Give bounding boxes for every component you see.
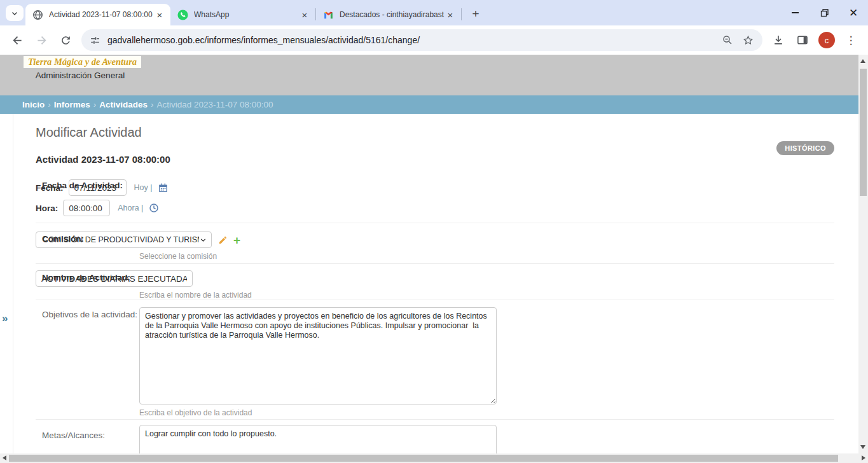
url-text: gadvallehermoso.gob.ec/informes/informes… [107, 35, 714, 45]
reload-icon [60, 34, 72, 46]
scroll-up-arrow[interactable] [860, 59, 865, 63]
breadcrumb-separator: › [93, 100, 97, 109]
calendar-icon[interactable] [157, 182, 169, 193]
back-button[interactable] [6, 29, 28, 51]
globe-icon [32, 10, 43, 20]
ahora-link[interactable]: Ahora | [118, 204, 143, 212]
site-subtitle: Administración General [24, 71, 137, 80]
hora-input[interactable] [63, 200, 110, 216]
tab-title: WhatsApp [194, 10, 299, 19]
downloads-button[interactable] [768, 29, 789, 51]
zoom-out-icon [722, 34, 733, 46]
objetivos-help-text: Escriba el objetivo de la actividad [139, 408, 834, 417]
profile-avatar-button[interactable]: c [816, 29, 837, 51]
reload-button[interactable] [55, 29, 76, 51]
gmail-icon [323, 10, 334, 20]
comision-help-text: Seleccione la comisión [139, 252, 834, 261]
side-panel-button[interactable] [792, 29, 813, 51]
edit-comision-icon[interactable] [217, 234, 228, 245]
tab-strip: Actividad 2023-11-07 08:00:00 × WhatsApp… [0, 0, 868, 25]
restore-button[interactable] [809, 0, 839, 25]
form-row-fecha: Fecha de Actividad: Fecha: Hoy | Hora: [36, 174, 834, 223]
minimize-icon [792, 12, 799, 13]
tab-actividad[interactable]: Actividad 2023-11-07 08:00:00 × [25, 4, 170, 25]
breadcrumb-separator: › [151, 100, 154, 109]
scroll-left-arrow[interactable] [3, 455, 6, 460]
breadcrumb-link-inicio[interactable]: Inicio [22, 100, 45, 109]
tab-title: Destacados - cinthiayadirabast [340, 10, 444, 19]
form-row-nombre: Nombre de Actividad: Escriba el nombre d… [36, 264, 834, 300]
clock-icon[interactable] [148, 202, 160, 214]
bookmark-star-button[interactable] [741, 33, 755, 47]
vertical-scrollbar-thumb[interactable] [860, 69, 867, 196]
object-title: Actividad 2023-11-07 08:00:00 [36, 154, 834, 165]
page-title: Modificar Actividad [36, 125, 834, 140]
field-label-metas: Metas/Alcances: [42, 431, 105, 440]
hora-sublabel: Hora: [36, 204, 58, 213]
tab-separator [461, 8, 462, 20]
chevron-down-icon [199, 236, 207, 244]
new-tab-button[interactable]: + [467, 5, 485, 23]
page-content: » Modificar Actividad HISTÓRICO Activida… [0, 114, 858, 453]
close-window-button[interactable]: ✕ [839, 0, 868, 25]
form-row-objetivos: Objetivos de la actividad: Gestionar y p… [36, 300, 834, 420]
field-label-fecha-actividad: Fecha de Actividad: [42, 181, 123, 190]
browser-toolbar: gadvallehermoso.gob.ec/informes/informes… [0, 25, 868, 55]
horizontal-scrollbar-thumb[interactable] [9, 455, 838, 462]
tune-icon [90, 35, 100, 46]
minimize-button[interactable] [780, 0, 809, 25]
field-label-comision: Comisión: [42, 234, 84, 244]
site-info-button[interactable] [88, 33, 102, 47]
site-header: Tierra Mágica y de Aventura Administraci… [0, 55, 858, 95]
breadcrumb-link-informes[interactable]: Informes [54, 100, 90, 109]
tab-close-icon[interactable]: × [444, 9, 456, 20]
tab-search-button[interactable] [6, 5, 24, 21]
form-row-comision: Comisión: COMISIÓN DE PRODUCTIVIDAD Y TU… [36, 223, 834, 264]
browser-window: Actividad 2023-11-07 08:00:00 × WhatsApp… [0, 0, 868, 463]
historico-button[interactable]: HISTÓRICO [776, 141, 834, 155]
nombre-help-text: Escriba el nombre de la actividad [139, 291, 834, 300]
metas-textarea[interactable]: Lograr cumplir con todo lo propuesto. [139, 425, 497, 453]
zoom-out-button[interactable] [720, 33, 734, 47]
tab-title: Actividad 2023-11-07 08:00:00 [49, 10, 154, 19]
address-bar[interactable]: gadvallehermoso.gob.ec/informes/informes… [81, 29, 762, 51]
whatsapp-icon [177, 10, 188, 20]
back-icon [11, 34, 24, 47]
chevron-down-icon [11, 10, 18, 17]
download-icon [772, 34, 785, 46]
breadcrumb-separator: › [48, 100, 51, 109]
tab-close-icon[interactable]: × [299, 9, 310, 20]
scroll-right-arrow[interactable] [862, 455, 865, 460]
tab-gmail-destacados[interactable]: Destacados - cinthiayadirabast × [316, 4, 461, 25]
avatar: c [818, 32, 835, 48]
side-panel-icon [796, 34, 809, 46]
breadcrumb-link-actividades[interactable]: Actividades [99, 100, 148, 109]
add-comision-icon[interactable]: + [233, 234, 240, 246]
three-dot-menu-icon: ⋮ [846, 34, 857, 47]
vertical-scrollbar[interactable] [858, 55, 868, 453]
close-icon: ✕ [849, 8, 858, 18]
forward-icon [35, 34, 48, 47]
chrome-menu-button[interactable]: ⋮ [840, 29, 862, 51]
field-label-objetivos: Objetivos de la actividad: [42, 310, 137, 319]
forward-button[interactable] [31, 29, 52, 51]
restore-icon [819, 8, 830, 18]
hoy-link[interactable]: Hoy | [134, 183, 153, 192]
tab-whatsapp[interactable]: WhatsApp × [170, 4, 315, 25]
site-title: Tierra Mágica y de Aventura [24, 56, 141, 68]
objetivos-textarea[interactable]: Gestionar y promover las actividades y p… [139, 307, 497, 404]
horizontal-scrollbar[interactable] [0, 453, 868, 463]
sidebar-toggle[interactable]: » [2, 312, 8, 325]
field-label-nombre: Nombre de Actividad: [42, 273, 130, 282]
sidebar-divider [13, 114, 13, 453]
breadcrumb: Inicio›Informes›Actividades›Actividad 20… [0, 95, 858, 114]
scroll-down-arrow[interactable] [860, 445, 865, 449]
star-icon [742, 34, 754, 46]
tab-close-icon[interactable]: × [154, 9, 165, 20]
breadcrumb-current: Actividad 2023-11-07 08:00:00 [157, 100, 273, 109]
form-row-metas: Metas/Alcances: Lograr cumplir con todo … [36, 420, 834, 453]
